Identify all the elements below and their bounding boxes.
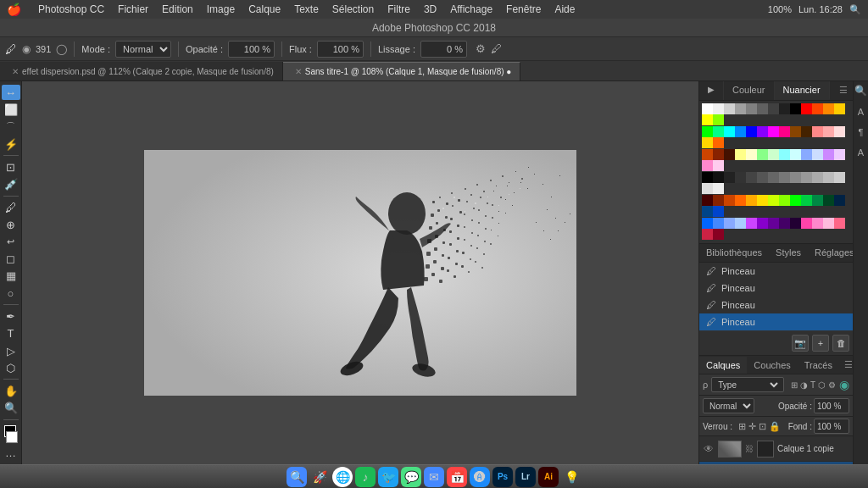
swatch-4-1[interactable] xyxy=(713,195,724,206)
history-item-2[interactable]: 🖊 Pinceau xyxy=(699,297,853,313)
tab-styles[interactable]: Styles xyxy=(769,244,808,262)
swatch-3-12[interactable] xyxy=(834,172,845,183)
new-state-button[interactable]: + xyxy=(812,335,829,352)
tool-magic-wand[interactable]: ⚡ xyxy=(2,136,20,152)
swatch-5-13[interactable] xyxy=(702,229,713,240)
tab-bibliotheques[interactable]: Bibliothèques xyxy=(699,244,769,262)
swatch-4-4[interactable] xyxy=(746,195,757,206)
layer-0-visibility[interactable]: 👁 xyxy=(703,443,715,455)
settings-icon[interactable]: ⚙ xyxy=(476,42,486,55)
swatch-1-2[interactable] xyxy=(724,126,735,137)
tool-eyedropper[interactable]: 💉 xyxy=(2,176,20,191)
swatch-0-6[interactable] xyxy=(768,103,779,114)
swatch-2-8[interactable] xyxy=(790,149,801,160)
fg-bg-colors[interactable] xyxy=(2,425,20,442)
swatch-3-8[interactable] xyxy=(790,172,801,183)
filter-pixel-icon[interactable]: ⊞ xyxy=(791,380,798,390)
swatch-2-1[interactable] xyxy=(713,149,724,160)
apple-menu[interactable]: 🍎 xyxy=(7,3,21,16)
dock-launchpad[interactable]: 🚀 xyxy=(309,467,330,487)
swatch-3-14[interactable] xyxy=(713,183,724,194)
tool-crop[interactable]: ⊡ xyxy=(2,159,20,175)
swatch-4-6[interactable] xyxy=(768,195,779,206)
swatch-3-3[interactable] xyxy=(735,172,746,183)
couches-tab[interactable]: Couches xyxy=(747,357,797,374)
swatch-4-10[interactable] xyxy=(812,195,823,206)
layers-filter-select[interactable]: Type xyxy=(711,377,784,392)
swatch-4-13[interactable] xyxy=(702,206,713,217)
filter-type-icon[interactable]: T xyxy=(810,380,815,390)
swatch-5-14[interactable] xyxy=(713,229,724,240)
swatch-2-5[interactable] xyxy=(757,149,768,160)
swatch-4-11[interactable] xyxy=(823,195,834,206)
swatch-0-2[interactable] xyxy=(724,103,735,114)
swatch-1-1[interactable] xyxy=(713,126,724,137)
swatch-0-5[interactable] xyxy=(757,103,768,114)
swatch-4-7[interactable] xyxy=(779,195,790,206)
history-item-0[interactable]: 🖊 Pinceau xyxy=(699,263,853,280)
swatch-3-2[interactable] xyxy=(724,172,735,183)
lock-position-icon[interactable]: ✛ xyxy=(748,421,756,432)
swatch-2-11[interactable] xyxy=(823,149,834,160)
menu-photoshop[interactable]: Photoshop CC xyxy=(31,3,111,15)
tab-1[interactable]: ✕ Sans titre-1 @ 108% (Calque 1, Masque … xyxy=(283,62,521,80)
history-item-1[interactable]: 🖊 Pinceau xyxy=(699,280,853,297)
filter-adjustment-icon[interactable]: ◑ xyxy=(800,380,808,390)
swatch-0-4[interactable] xyxy=(746,103,757,114)
swatch-0-10[interactable] xyxy=(812,103,823,114)
menu-aide[interactable]: Aide xyxy=(548,3,581,15)
swatch-3-4[interactable] xyxy=(746,172,757,183)
tool-history-brush[interactable]: ↩ xyxy=(2,234,20,249)
swatch-5-0[interactable] xyxy=(702,218,713,229)
swatch-5-9[interactable] xyxy=(801,218,812,229)
tool-zoom[interactable]: 🔍 xyxy=(2,401,20,416)
swatch-0-9[interactable] xyxy=(801,103,812,114)
swatch-2-14[interactable] xyxy=(713,160,724,171)
panel-icon-paragraph[interactable]: ¶ xyxy=(859,127,864,137)
panel-icon-search[interactable]: 🔍 xyxy=(854,85,867,97)
swatch-1-10[interactable] xyxy=(812,126,823,137)
dock-calendar[interactable]: 📅 xyxy=(447,467,467,487)
brush-size-value[interactable]: 391 xyxy=(36,44,51,54)
tool-pen[interactable]: ✒ xyxy=(2,308,20,324)
swatch-3-10[interactable] xyxy=(812,172,823,183)
menu-affichage[interactable]: Affichage xyxy=(443,3,499,15)
layer-item-0[interactable]: 👁 ⛓ Calque 1 copie xyxy=(699,436,853,462)
swatch-4-0[interactable] xyxy=(702,195,713,206)
canvas-area[interactable] xyxy=(22,81,698,464)
tool-shape[interactable]: ⬡ xyxy=(2,360,20,375)
swatch-0-0[interactable] xyxy=(702,103,713,114)
swatch-1-13[interactable] xyxy=(702,137,713,148)
swatch-2-4[interactable] xyxy=(746,149,757,160)
mode-select[interactable]: Normal xyxy=(115,41,171,58)
swatch-2-3[interactable] xyxy=(735,149,746,160)
filter-smart-icon[interactable]: ⚙ xyxy=(828,380,836,390)
swatch-5-8[interactable] xyxy=(790,218,801,229)
menu-3d[interactable]: 3D xyxy=(417,3,443,15)
swatch-5-10[interactable] xyxy=(812,218,823,229)
lissage-input[interactable] xyxy=(420,41,467,58)
tab-0[interactable]: ✕ effet dispersion.psd @ 112% (Calque 2 … xyxy=(0,62,283,80)
swatch-4-5[interactable] xyxy=(757,195,768,206)
swatch-2-10[interactable] xyxy=(812,149,823,160)
swatch-2-0[interactable] xyxy=(702,149,713,160)
swatch-5-12[interactable] xyxy=(834,218,845,229)
swatch-0-8[interactable] xyxy=(790,103,801,114)
swatch-3-11[interactable] xyxy=(823,172,834,183)
dock-photoshop[interactable]: Ps xyxy=(492,467,513,487)
filter-type-select[interactable]: Type xyxy=(715,380,781,391)
swatch-0-11[interactable] xyxy=(823,103,834,114)
dock-illustrator[interactable]: Ai xyxy=(538,467,559,487)
tool-brush[interactable]: 🖊 xyxy=(2,200,20,215)
filter-shape-icon[interactable]: ⬡ xyxy=(818,380,826,390)
swatch-3-9[interactable] xyxy=(801,172,812,183)
swatch-4-12[interactable] xyxy=(834,195,845,206)
lock-pixel-icon[interactable]: ⊞ xyxy=(738,421,746,432)
delete-state-button[interactable]: 🗑 xyxy=(832,335,849,352)
panel-icon-A[interactable]: A xyxy=(858,107,864,117)
swatch-3-0[interactable] xyxy=(702,172,713,183)
swatch-1-8[interactable] xyxy=(790,126,801,137)
menu-calque[interactable]: Calque xyxy=(242,3,287,15)
swatch-1-4[interactable] xyxy=(746,126,757,137)
dock-messages[interactable]: 💬 xyxy=(401,467,421,487)
